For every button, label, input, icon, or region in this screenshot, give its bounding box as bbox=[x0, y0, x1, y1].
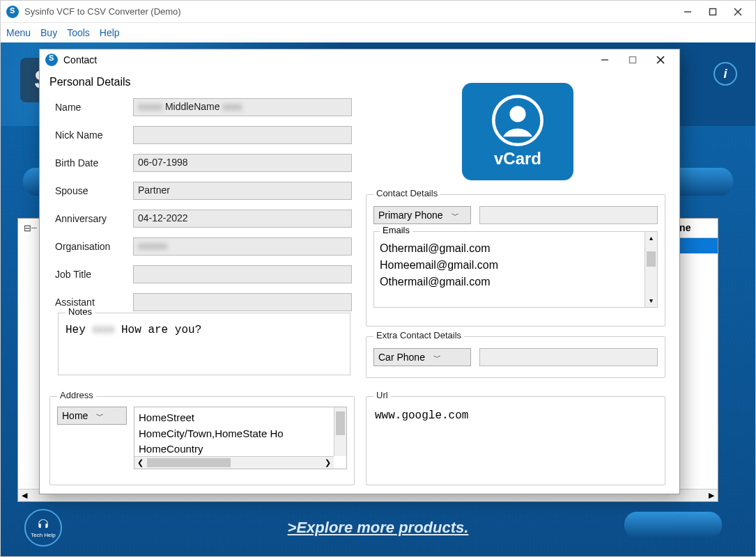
jobtitle-input[interactable] bbox=[133, 265, 352, 283]
url-text[interactable]: www.google.com bbox=[367, 397, 665, 434]
notes-legend: Notes bbox=[65, 306, 95, 317]
info-button[interactable]: i bbox=[713, 62, 737, 86]
dialog-maximize-button[interactable] bbox=[626, 54, 639, 66]
person-icon bbox=[492, 95, 543, 146]
organisation-label: Organisation bbox=[55, 241, 133, 252]
notes-text[interactable]: Hey xxxx How are you? bbox=[59, 313, 350, 346]
email-item[interactable]: Othermail@gmail.com bbox=[380, 240, 651, 257]
footer: Tech Help >Explore more products. bbox=[1, 502, 755, 556]
anniversary-input[interactable]: 04-12-2022 bbox=[133, 210, 352, 228]
vcard-label: vCard bbox=[494, 149, 541, 168]
emails-scrollbar[interactable]: ▴ ▾ bbox=[645, 232, 657, 307]
spouse-input[interactable]: Partner bbox=[133, 182, 352, 200]
email-item[interactable]: Othermail@gmail.com bbox=[380, 274, 651, 290]
dialog-title: Contact bbox=[63, 54, 599, 65]
scroll-down-icon[interactable]: ▾ bbox=[645, 295, 657, 307]
scroll-left-icon[interactable]: ◀ bbox=[18, 491, 31, 500]
svg-rect-5 bbox=[630, 57, 636, 63]
address-vscroll[interactable] bbox=[334, 407, 346, 456]
app-icon bbox=[6, 6, 19, 18]
scroll-thumb[interactable] bbox=[647, 251, 656, 267]
vcard-logo: vCard bbox=[462, 83, 573, 180]
dialog-icon bbox=[45, 54, 58, 66]
dialog-close-button[interactable] bbox=[654, 54, 667, 66]
address-line: HomeStreet bbox=[139, 410, 342, 426]
primary-phone-select[interactable]: Primary Phone ﹀ bbox=[373, 206, 471, 224]
address-type-value: Home bbox=[62, 410, 88, 421]
primary-phone-select-value: Primary Phone bbox=[378, 210, 443, 221]
anniversary-label: Anniversary bbox=[55, 213, 133, 224]
explore-link[interactable]: >Explore more products. bbox=[288, 519, 469, 537]
primary-phone-input[interactable] bbox=[479, 206, 658, 224]
menu-tools[interactable]: Tools bbox=[67, 27, 90, 38]
scroll-thumb[interactable] bbox=[147, 458, 231, 467]
window-controls bbox=[681, 6, 750, 18]
chevron-down-icon: ﹀ bbox=[452, 210, 459, 221]
chevron-down-icon: ﹀ bbox=[433, 352, 441, 363]
address-hscroll[interactable]: ❮ ❯ bbox=[134, 456, 334, 469]
personal-details-group: Personal Details Namexxxxx MiddleName Mi… bbox=[49, 76, 355, 379]
maximize-button[interactable] bbox=[707, 6, 719, 18]
extra-contact-legend: Extra Contact Details bbox=[373, 330, 464, 340]
scroll-left-icon[interactable]: ❮ bbox=[137, 457, 144, 469]
menu-help[interactable]: Help bbox=[100, 27, 120, 38]
contact-details-group: Contact Details Primary Phone ﹀ Emails O… bbox=[366, 194, 665, 327]
tree-expand-icon[interactable]: ⊟┄ bbox=[24, 223, 37, 233]
extra-contact-group: Extra Contact Details Car Phone ﹀ bbox=[366, 336, 665, 378]
dialog-minimize-button[interactable] bbox=[599, 54, 611, 66]
personal-details-legend: Personal Details bbox=[49, 76, 355, 88]
url-legend: Url bbox=[373, 390, 391, 400]
organisation-input[interactable]: xxxxxx bbox=[133, 237, 352, 256]
contact-dialog: Contact Personal Details Namexxxxx Middl… bbox=[39, 49, 680, 494]
scroll-thumb[interactable] bbox=[336, 411, 345, 435]
nickname-label: Nick Name bbox=[55, 130, 133, 141]
address-legend: Address bbox=[57, 390, 96, 400]
jobtitle-label: Job Title bbox=[55, 269, 133, 280]
name-input[interactable]: xxxxx MiddleName MiddleName xxxx bbox=[133, 98, 352, 116]
car-phone-input[interactable] bbox=[479, 348, 658, 366]
nickname-input[interactable] bbox=[133, 126, 352, 144]
menu-menu[interactable]: Menu bbox=[6, 27, 31, 38]
main-titlebar: Sysinfo VCF to CSV Converter (Demo) bbox=[1, 1, 755, 23]
tech-help-button[interactable]: Tech Help bbox=[24, 509, 62, 547]
url-group: Url www.google.com bbox=[366, 396, 665, 485]
email-item[interactable]: Homeemail@gmail.com bbox=[380, 257, 651, 274]
emails-legend: Emails bbox=[380, 225, 412, 235]
dialog-titlebar: Contact bbox=[40, 49, 679, 70]
svg-rect-1 bbox=[710, 8, 716, 15]
spouse-label: Spouse bbox=[55, 185, 133, 196]
address-text[interactable]: HomeStreet HomeCity/Town,HomeState Ho Ho… bbox=[134, 407, 347, 469]
minimize-button[interactable] bbox=[681, 6, 694, 18]
emails-group: Emails Othermail@gmail.com Homeemail@gma… bbox=[373, 231, 658, 308]
app-title: Sysinfo VCF to CSV Converter (Demo) bbox=[24, 6, 681, 17]
notes-group: Notes Hey xxxx How are you? bbox=[58, 313, 350, 375]
car-phone-select[interactable]: Car Phone ﹀ bbox=[373, 348, 471, 366]
birthdate-input[interactable]: 06-07-1998 bbox=[133, 154, 352, 172]
svg-point-9 bbox=[509, 106, 525, 122]
chevron-down-icon: ﹀ bbox=[96, 411, 104, 421]
address-line: HomeCountry bbox=[139, 441, 342, 457]
emails-list[interactable]: Othermail@gmail.com Homeemail@gmail.com … bbox=[374, 232, 657, 299]
scroll-right-icon[interactable]: ▶ bbox=[705, 491, 718, 500]
birthdate-label: Birth Date bbox=[55, 157, 133, 168]
tech-help-label: Tech Help bbox=[31, 532, 56, 538]
assistant-input[interactable] bbox=[133, 293, 352, 311]
car-phone-select-value: Car Phone bbox=[378, 352, 425, 363]
next-button[interactable] bbox=[624, 512, 722, 538]
close-button[interactable] bbox=[732, 6, 744, 18]
menu-bar: Menu Buy Tools Help bbox=[1, 23, 755, 42]
address-type-select[interactable]: Home ﹀ bbox=[57, 407, 127, 425]
scroll-right-icon[interactable]: ❯ bbox=[325, 457, 331, 469]
name-label: Name bbox=[55, 102, 133, 113]
address-group: Address Home ﹀ HomeStreet HomeCity/Town,… bbox=[49, 396, 355, 485]
address-line: HomeCity/Town,HomeState Ho bbox=[139, 426, 342, 442]
scroll-up-icon[interactable]: ▴ bbox=[645, 232, 657, 244]
contact-details-legend: Contact Details bbox=[373, 188, 440, 198]
menu-buy[interactable]: Buy bbox=[40, 27, 57, 38]
